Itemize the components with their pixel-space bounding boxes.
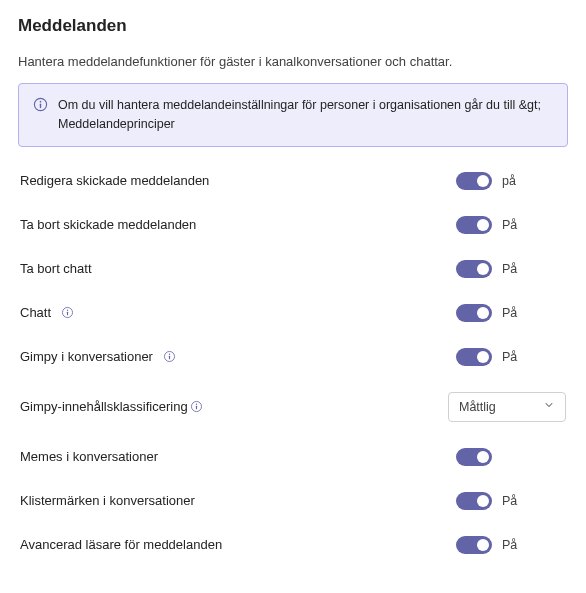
info-icon[interactable] bbox=[61, 306, 74, 319]
svg-point-7 bbox=[169, 354, 170, 355]
toggle-status: På bbox=[502, 262, 526, 276]
setting-row-gimpy-classification: Gimpy-innehållsklassificering Måttlig bbox=[18, 379, 568, 435]
setting-row-gimpy-conversations: Gimpy i konversationer På bbox=[18, 335, 568, 379]
setting-label: Chatt bbox=[20, 305, 74, 320]
setting-row-chat: Chatt På bbox=[18, 291, 568, 335]
toggle-delete-chat[interactable] bbox=[456, 260, 492, 278]
info-banner-text: Om du vill hantera meddelandeinställning… bbox=[58, 96, 553, 134]
toggle-status: På bbox=[502, 538, 526, 552]
info-icon bbox=[33, 97, 48, 115]
svg-rect-8 bbox=[169, 356, 170, 360]
toggle-status: På bbox=[502, 350, 526, 364]
toggle-status: På bbox=[502, 218, 526, 232]
setting-row-stickers: Klistermärken i konversationer På bbox=[18, 479, 568, 523]
svg-rect-2 bbox=[40, 104, 41, 109]
setting-label: Gimpy i konversationer bbox=[20, 349, 176, 364]
toggle-delete-sent[interactable] bbox=[456, 216, 492, 234]
svg-rect-11 bbox=[196, 406, 197, 410]
chevron-down-icon bbox=[543, 399, 555, 414]
setting-row-immersive-reader: Avancerad läsare för meddelanden På bbox=[18, 523, 568, 567]
setting-row-memes: Memes i konversationer bbox=[18, 435, 568, 479]
setting-label: Ta bort skickade meddelanden bbox=[20, 217, 196, 232]
svg-point-10 bbox=[195, 404, 196, 405]
toggle-status: på bbox=[502, 174, 526, 188]
toggle-gimpy-conversations[interactable] bbox=[456, 348, 492, 366]
svg-point-1 bbox=[40, 101, 42, 103]
info-icon[interactable] bbox=[163, 350, 176, 363]
setting-label-text: Chatt bbox=[20, 305, 51, 320]
info-banner: Om du vill hantera meddelandeinställning… bbox=[18, 83, 568, 147]
page-subtitle: Hantera meddelandefunktioner för gäster … bbox=[18, 54, 568, 69]
toggle-memes[interactable] bbox=[456, 448, 492, 466]
setting-label: Ta bort chatt bbox=[20, 261, 92, 276]
setting-label: Klistermärken i konversationer bbox=[20, 493, 195, 508]
setting-row-delete-sent: Ta bort skickade meddelanden På bbox=[18, 203, 568, 247]
info-icon[interactable] bbox=[190, 400, 203, 413]
toggle-chat[interactable] bbox=[456, 304, 492, 322]
setting-label: Memes i konversationer bbox=[20, 449, 158, 464]
toggle-edit-sent[interactable] bbox=[456, 172, 492, 190]
setting-row-edit-sent: Redigera skickade meddelanden på bbox=[18, 159, 568, 203]
toggle-immersive-reader[interactable] bbox=[456, 536, 492, 554]
setting-label-text: Gimpy-innehållsklassificering bbox=[20, 399, 188, 414]
page-title: Meddelanden bbox=[18, 16, 568, 36]
toggle-stickers[interactable] bbox=[456, 492, 492, 510]
svg-rect-5 bbox=[67, 312, 68, 316]
select-value: Måttlig bbox=[459, 400, 496, 414]
select-gimpy-classification[interactable]: Måttlig bbox=[448, 392, 566, 422]
svg-point-4 bbox=[67, 310, 68, 311]
toggle-status: På bbox=[502, 306, 526, 320]
settings-list: Redigera skickade meddelanden på Ta bort… bbox=[18, 159, 568, 567]
setting-label: Gimpy-innehållsklassificering bbox=[20, 399, 203, 414]
toggle-status: På bbox=[502, 494, 526, 508]
setting-label: Redigera skickade meddelanden bbox=[20, 173, 209, 188]
setting-label: Avancerad läsare för meddelanden bbox=[20, 537, 222, 552]
setting-label-text: Gimpy i konversationer bbox=[20, 349, 153, 364]
setting-row-delete-chat: Ta bort chatt På bbox=[18, 247, 568, 291]
